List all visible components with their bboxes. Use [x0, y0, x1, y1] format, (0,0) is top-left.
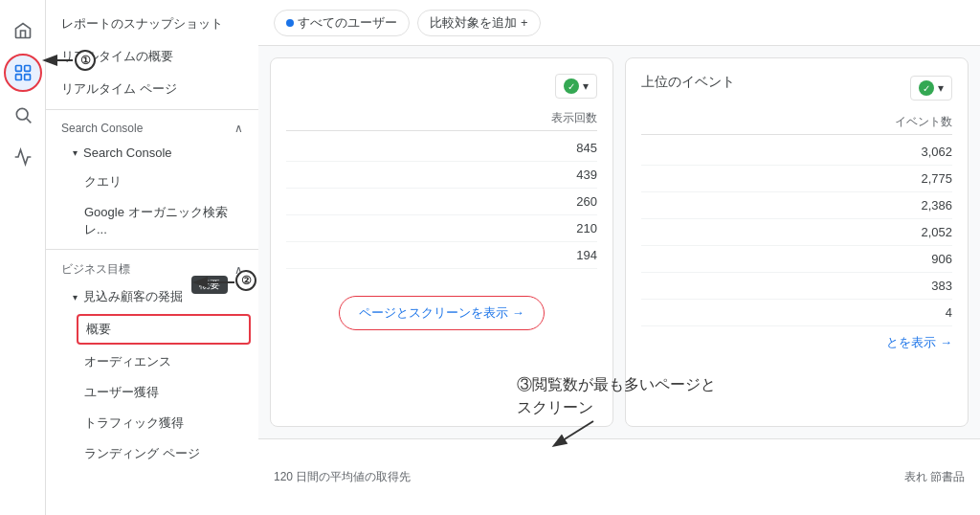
svg-rect-1	[24, 66, 30, 72]
snapshot-label: レポートのスナップショット	[61, 15, 223, 33]
view-pages-btn[interactable]: ページとスクリーンを表示 →	[339, 296, 545, 330]
svg-rect-3	[24, 75, 30, 80]
view-more-container: ページとスクリーンを表示 →	[286, 284, 597, 330]
green-check-icon: ✓	[564, 78, 579, 94]
search-console-parent-label: Search Console	[83, 146, 172, 160]
table-row: 194	[286, 242, 597, 269]
prospecting-parent-label: 見込み顧客の発掘	[83, 288, 183, 305]
realtime-page-label: リアルタイム ページ	[61, 80, 177, 98]
table-row: 210	[286, 215, 597, 242]
advertising-icon-btn[interactable]	[4, 138, 42, 176]
svg-point-4	[16, 108, 28, 120]
chevron-down-icon-left: ▾	[583, 79, 589, 93]
chevron-down-icon-right: ▾	[938, 81, 944, 95]
row-value: 210	[576, 221, 597, 235]
sidebar-item-user-acquisition[interactable]: ユーザー獲得	[46, 377, 258, 408]
user-acquisition-label: ユーザー獲得	[84, 385, 159, 399]
row-value: 439	[576, 168, 597, 182]
view-more-link[interactable]: とを表示 →	[886, 335, 952, 349]
row-value: 845	[576, 141, 597, 155]
search-console-section-header[interactable]: Search Console ∧	[46, 114, 258, 139]
sidebar-item-overview[interactable]: 概要	[77, 314, 251, 345]
realtime-overview-label: リアルタイムの概要	[61, 48, 173, 65]
right-panel: 上位のイベント ✓ ▾ イベント数 3,062 2,775 2,386	[625, 57, 969, 427]
bottom-section: 120 日間の平均値の取得先 表れ 節書品	[258, 438, 980, 515]
view-pages-label: ページとスクリーンを表示 →	[359, 304, 524, 322]
table-row: 2,775	[641, 166, 952, 192]
all-users-label: すべてのユーザー	[298, 14, 397, 32]
col-header-events: イベント数	[641, 110, 952, 135]
sidebar-content: レポートのスナップショット リアルタイムの概要 リアルタイム ページ Searc…	[46, 0, 258, 515]
row-value: 3,062	[921, 145, 952, 159]
sidebar-item-landing-page[interactable]: ランディング ページ	[46, 438, 258, 469]
sidebar-item-realtime-page[interactable]: リアルタイム ページ	[46, 73, 258, 105]
sidebar-icons	[0, 0, 46, 515]
chevron-up-icon2: ∧	[234, 263, 243, 277]
row-value: 383	[931, 279, 952, 293]
table-row: 2,052	[641, 219, 952, 246]
left-panel-header: ✓ ▾	[286, 74, 597, 99]
col-header-display: 表示回数	[286, 106, 597, 131]
add-comparison-label: 比較対象を追加	[430, 14, 517, 32]
all-users-filter[interactable]: すべてのユーザー	[274, 10, 410, 36]
main-content: すべてのユーザー 比較対象を追加 + ✓ ▾ 表示回数 845	[258, 0, 980, 515]
svg-rect-0	[15, 66, 21, 72]
sidebar-item-prospecting-parent[interactable]: ▾ 見込み顧客の発掘	[46, 281, 258, 312]
sidebar-item-query[interactable]: クエリ	[46, 167, 258, 197]
row-value: 4	[946, 305, 952, 320]
home-icon-btn[interactable]	[4, 11, 42, 50]
landing-page-label: ランディング ページ	[84, 446, 200, 460]
reports-icon-btn[interactable]	[4, 54, 42, 92]
row-value: 260	[576, 194, 597, 209]
google-organic-label: Google オーガニック検索レ...	[84, 205, 228, 236]
sidebar-item-google-organic[interactable]: Google オーガニック検索レ...	[46, 197, 258, 245]
row-value: 194	[576, 248, 597, 262]
sidebar-item-traffic-acquisition[interactable]: トラフィック獲得	[46, 408, 258, 438]
search-console-section-label: Search Console	[61, 122, 143, 135]
table-row: 2,386	[641, 192, 952, 219]
view-more-link-container: とを表示 →	[641, 334, 952, 351]
table-row: 845	[286, 135, 597, 162]
table-row: 4	[641, 300, 952, 326]
blue-indicator	[286, 19, 294, 27]
left-panel: ✓ ▾ 表示回数 845 439 260 210	[270, 57, 613, 427]
overview-label: 概要	[86, 322, 111, 336]
row-value: 906	[931, 252, 952, 266]
chevron-up-icon: ∧	[234, 122, 243, 135]
svg-line-5	[26, 119, 31, 123]
table-row: 383	[641, 273, 952, 300]
plus-icon: +	[521, 15, 528, 30]
sidebar-item-audience[interactable]: オーディエンス	[46, 347, 258, 377]
green-check-btn-right[interactable]: ✓ ▾	[910, 76, 952, 101]
business-goals-label: ビジネス目標	[61, 261, 130, 278]
table-row: 3,062	[641, 139, 952, 166]
sidebar-item-snapshot[interactable]: レポートのスナップショット	[46, 8, 258, 40]
explore-icon-btn[interactable]	[4, 96, 42, 134]
business-goals-section-header[interactable]: ビジネス目標 ∧	[46, 254, 258, 281]
table-row: 260	[286, 189, 597, 215]
traffic-acquisition-label: トラフィック獲得	[84, 415, 184, 430]
query-label: クエリ	[84, 174, 122, 189]
bottom-label2: 表れ 節書品	[904, 469, 965, 485]
table-row: 906	[641, 246, 952, 273]
sidebar-item-search-console-parent[interactable]: ▾ Search Console	[46, 139, 258, 167]
audience-label: オーディエンス	[84, 354, 171, 369]
bottom-label: 120 日間の平均値の取得先	[274, 469, 411, 485]
green-check-icon-right: ✓	[919, 80, 934, 96]
top-bar: すべてのユーザー 比較対象を追加 +	[258, 0, 980, 46]
green-check-btn-left[interactable]: ✓ ▾	[555, 74, 597, 99]
table-row: 439	[286, 162, 597, 189]
svg-rect-2	[15, 75, 21, 80]
content-area: ✓ ▾ 表示回数 845 439 260 210	[258, 46, 980, 438]
right-panel-header: 上位のイベント ✓ ▾	[641, 74, 952, 102]
add-comparison-btn[interactable]: 比較対象を追加 +	[417, 10, 541, 36]
sidebar-item-realtime-overview[interactable]: リアルタイムの概要	[46, 40, 258, 73]
row-value: 2,052	[921, 225, 952, 239]
row-value: 2,775	[921, 171, 952, 186]
row-value: 2,386	[921, 198, 952, 213]
events-title: 上位のイベント	[641, 74, 735, 91]
